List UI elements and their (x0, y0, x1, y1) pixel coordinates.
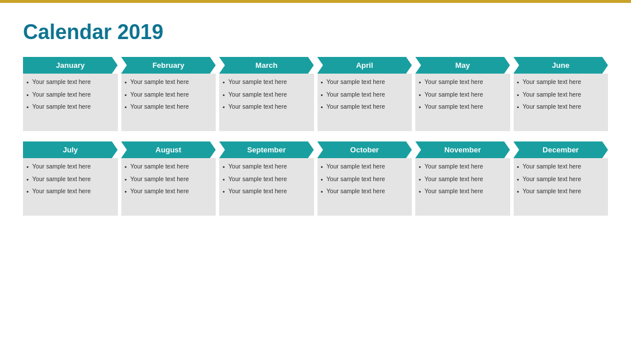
list-item: Your sample text here (419, 163, 507, 171)
list-item: Your sample text here (125, 78, 213, 86)
list-item: Your sample text here (419, 91, 507, 99)
list-item: Your sample text here (223, 91, 311, 99)
month-body-july: Your sample text hereYour sample text he… (23, 158, 118, 216)
month-header-february: February (121, 57, 216, 74)
page-title: Calendar 2019 (23, 20, 608, 44)
month-header-october: October (318, 141, 412, 158)
list-item: Your sample text here (26, 103, 114, 111)
list-item: Your sample text here (26, 187, 114, 196)
month-header-september: September (219, 141, 314, 158)
month-header-august: August (121, 141, 216, 158)
list-item: Your sample text here (223, 78, 311, 86)
list-item: Your sample text here (321, 175, 409, 183)
month-body-august: Your sample text hereYour sample text he… (121, 158, 216, 216)
list-item: Your sample text here (517, 175, 605, 183)
month-body-april: Your sample text hereYour sample text he… (318, 74, 412, 131)
list-item: Your sample text here (223, 175, 311, 183)
list-item: Your sample text here (223, 103, 311, 111)
month-block-october: OctoberYour sample text hereYour sample … (318, 141, 412, 216)
month-header-november: November (415, 141, 510, 158)
month-header-march: March (219, 57, 314, 74)
list-item: Your sample text here (26, 175, 114, 183)
month-header-june: June (514, 57, 609, 74)
list-item: Your sample text here (26, 163, 114, 171)
list-item: Your sample text here (26, 91, 114, 99)
calendar-row-0: JanuaryYour sample text hereYour sample … (23, 57, 608, 131)
list-item: Your sample text here (26, 78, 114, 86)
list-item: Your sample text here (517, 187, 605, 196)
month-block-march: MarchYour sample text hereYour sample te… (219, 57, 314, 131)
calendar-grid: JanuaryYour sample text hereYour sample … (23, 57, 608, 216)
calendar-row-1: JulyYour sample text hereYour sample tex… (23, 141, 608, 216)
list-item: Your sample text here (517, 78, 605, 86)
month-block-september: SeptemberYour sample text hereYour sampl… (219, 141, 314, 216)
month-body-may: Your sample text hereYour sample text he… (415, 74, 510, 131)
month-block-april: AprilYour sample text hereYour sample te… (318, 57, 412, 131)
list-item: Your sample text here (125, 163, 213, 171)
month-header-july: July (23, 141, 118, 158)
list-item: Your sample text here (321, 91, 409, 99)
list-item: Your sample text here (125, 187, 213, 196)
month-block-july: JulyYour sample text hereYour sample tex… (23, 141, 118, 216)
slide: Calendar 2019 JanuaryYour sample text he… (0, 0, 631, 364)
month-body-january: Your sample text hereYour sample text he… (23, 74, 118, 131)
list-item: Your sample text here (125, 91, 213, 99)
list-item: Your sample text here (419, 187, 507, 196)
month-body-february: Your sample text hereYour sample text he… (121, 74, 216, 131)
list-item: Your sample text here (419, 78, 507, 86)
month-block-january: JanuaryYour sample text hereYour sample … (23, 57, 118, 131)
list-item: Your sample text here (223, 163, 311, 171)
month-body-june: Your sample text hereYour sample text he… (514, 74, 609, 131)
month-body-october: Your sample text hereYour sample text he… (318, 158, 412, 216)
month-header-april: April (318, 57, 412, 74)
month-block-august: AugustYour sample text hereYour sample t… (121, 141, 216, 216)
list-item: Your sample text here (125, 103, 213, 111)
list-item: Your sample text here (419, 103, 507, 111)
list-item: Your sample text here (321, 163, 409, 171)
list-item: Your sample text here (419, 175, 507, 183)
month-body-november: Your sample text hereYour sample text he… (415, 158, 510, 216)
month-header-december: December (514, 141, 609, 158)
month-block-december: DecemberYour sample text hereYour sample… (514, 141, 609, 216)
month-block-february: FebruaryYour sample text hereYour sample… (121, 57, 216, 131)
list-item: Your sample text here (517, 163, 605, 171)
month-body-september: Your sample text hereYour sample text he… (219, 158, 314, 216)
list-item: Your sample text here (321, 78, 409, 86)
list-item: Your sample text here (321, 103, 409, 111)
month-header-may: May (415, 57, 510, 74)
month-body-december: Your sample text hereYour sample text he… (514, 158, 609, 216)
list-item: Your sample text here (517, 103, 605, 111)
month-body-march: Your sample text hereYour sample text he… (219, 74, 314, 131)
list-item: Your sample text here (125, 175, 213, 183)
list-item: Your sample text here (223, 187, 311, 196)
month-block-may: MayYour sample text hereYour sample text… (415, 57, 510, 131)
month-block-june: JuneYour sample text hereYour sample tex… (514, 57, 609, 131)
list-item: Your sample text here (321, 187, 409, 196)
list-item: Your sample text here (517, 91, 605, 99)
month-block-november: NovemberYour sample text hereYour sample… (415, 141, 510, 216)
month-header-january: January (23, 57, 118, 74)
